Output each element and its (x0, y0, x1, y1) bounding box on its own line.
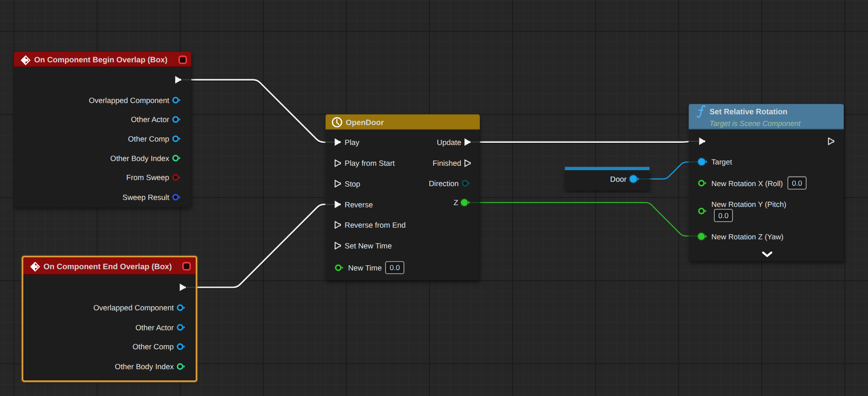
svg-text:0.0: 0.0 (792, 179, 802, 187)
svg-text:Other Body Index: Other Body Index (110, 154, 169, 163)
svg-text:Update: Update (437, 138, 461, 147)
svg-text:Sweep Result: Sweep Result (122, 193, 169, 202)
svg-text:New Rotation Z (Yaw): New Rotation Z (Yaw) (711, 232, 784, 241)
svg-text:Play: Play (345, 138, 360, 147)
svg-text:New Rotation X (Roll): New Rotation X (Roll) (711, 179, 783, 188)
svg-text:Other Body Index: Other Body Index (115, 362, 174, 371)
svg-text:Set Relative Rotation: Set Relative Rotation (710, 107, 788, 116)
svg-text:New Rotation Y (Pitch): New Rotation Y (Pitch) (711, 200, 786, 209)
svg-text:0.0: 0.0 (389, 264, 400, 272)
svg-text:Play from Start: Play from Start (345, 159, 395, 167)
svg-text:Target: Target (711, 158, 732, 166)
svg-text:Other Comp: Other Comp (128, 135, 169, 143)
svg-text:Other Actor: Other Actor (131, 115, 169, 124)
svg-text:Z: Z (453, 198, 458, 207)
svg-text:On Component End Overlap (Box): On Component End Overlap (Box) (44, 262, 172, 271)
svg-text:On Component Begin Overlap (Bo: On Component Begin Overlap (Box) (34, 55, 167, 64)
svg-text:Finished: Finished (433, 159, 461, 167)
svg-text:0.0: 0.0 (718, 212, 729, 220)
svg-text:OpenDoor: OpenDoor (346, 118, 384, 127)
svg-text:New Time: New Time (348, 264, 382, 272)
svg-text:Direction: Direction (429, 179, 459, 188)
svg-text:From Sweep: From Sweep (126, 173, 169, 182)
svg-text:Overlapped Component: Overlapped Component (93, 303, 174, 312)
svg-text:Overlapped Component: Overlapped Component (89, 96, 169, 105)
svg-text:Other Comp: Other Comp (132, 342, 174, 351)
svg-text:Set New Time: Set New Time (345, 241, 392, 250)
svg-text:Reverse from End: Reverse from End (345, 221, 406, 229)
svg-text:Door: Door (610, 175, 627, 184)
svg-text:Stop: Stop (345, 180, 360, 188)
svg-text:Reverse: Reverse (345, 200, 373, 209)
svg-text:Target is Scene Component: Target is Scene Component (710, 119, 801, 128)
svg-text:Other Actor: Other Actor (135, 323, 174, 332)
